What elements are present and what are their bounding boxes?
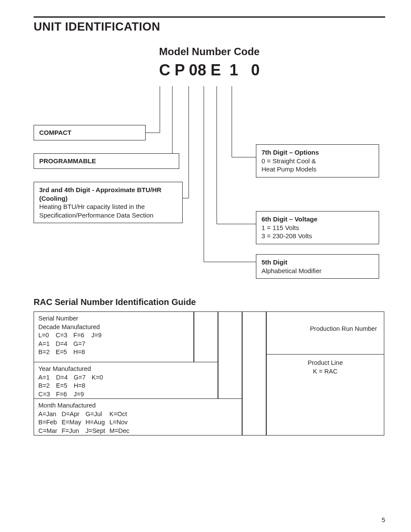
section-heading: UNIT IDENTIFICATION (34, 20, 385, 34)
code-cell: L=Nov (109, 418, 134, 427)
code-cell: C=Mar (38, 427, 62, 436)
code-cell: F=6 (73, 331, 91, 340)
month-title: Month Manufactured (38, 401, 237, 410)
code-cell: J=9 (74, 390, 92, 399)
box-compact: COMPACT (39, 128, 72, 137)
year-title: Year Manufactured (38, 365, 213, 373)
code-cell: G=7 (73, 340, 91, 348)
production-run-label: Production Run Number (267, 312, 384, 337)
code-cell: D=4 (56, 373, 74, 382)
code-cell (91, 348, 108, 357)
code-cell: E=5 (56, 348, 73, 357)
box-d6-title: 6th Digit – Voltage (262, 215, 374, 224)
decade-codes: L=0C=3F=6J=9A=1D=4G=7B=2E=5H=8 (38, 331, 108, 357)
model-code: C P 08 E 1 0 (34, 61, 385, 79)
model-diagram: COMPACT PROGRAMMABLE 3rd and 4th Digit -… (34, 86, 385, 284)
code-cell: C=3 (38, 390, 56, 399)
code-cell: A=1 (38, 373, 56, 382)
code-cell (92, 390, 109, 399)
code-cell: F=Jun (62, 427, 86, 436)
box-d7-title: 7th Digit – Options (262, 148, 374, 157)
box-d5-body: Alphabetical Modifier (262, 267, 374, 275)
code-cell: H=Aug (85, 418, 109, 427)
serial-number-label: Serial Number (38, 314, 189, 323)
code-cell: G=Jul (85, 410, 109, 419)
box-d6-body: 1 = 115 Volts 3 = 230-208 Volts (262, 224, 374, 240)
box-programmable: PROGRAMMABLE (39, 157, 96, 165)
box-btu-body: Heating BTU/Hr capacity listed in the Sp… (39, 202, 177, 219)
code-cell: K=Oct (109, 410, 134, 419)
code-cell: J=9 (91, 331, 108, 340)
code-cell: F=6 (56, 390, 74, 399)
box-d7-body: 0 = Straight Cool & Heat Pump Models (262, 157, 374, 174)
decade-title: Decade Manufactured (38, 323, 189, 332)
box-d5-title: 5th Digit (262, 258, 374, 267)
code-cell: M=Dec (109, 427, 134, 436)
code-cell: E=May (62, 418, 86, 427)
serial-diagram: L H G K 00001 Serial Number Decade Manuf… (34, 311, 385, 436)
code-cell: D=4 (56, 340, 73, 348)
code-cell: C=3 (56, 331, 73, 340)
code-cell: A=1 (38, 340, 56, 348)
code-cell (91, 340, 108, 348)
model-code-title: Model Number Code (34, 46, 385, 58)
code-cell: H=8 (74, 382, 92, 390)
month-codes: A=JanD=AprG=JulK=OctB=FebE=MayH=AugL=Nov… (38, 410, 134, 436)
box-btu-title: 3rd and 4th Digit - Approximate BTU/HR (… (39, 186, 177, 202)
code-cell: B=2 (38, 348, 56, 357)
product-line-value: K = RAC (274, 367, 377, 376)
code-cell: H=8 (73, 348, 91, 357)
code-cell: A=Jan (38, 410, 62, 419)
code-cell: L=0 (38, 331, 56, 340)
code-cell: B=Feb (38, 418, 62, 427)
year-codes: A=1D=4G=7K=0B=2E=5H=8C=3F=6J=9 (38, 373, 109, 399)
code-cell: G=7 (74, 373, 92, 382)
code-cell: B=2 (38, 382, 56, 390)
code-cell: D=Apr (62, 410, 86, 419)
serial-guide-title: RAC Serial Number Identification Guide (34, 297, 385, 307)
product-line-label: Product Line (274, 359, 377, 367)
code-cell: J=Sept (85, 427, 109, 436)
code-cell: K=0 (92, 373, 109, 382)
code-cell: E=5 (56, 382, 74, 390)
page-number: 5 (382, 516, 385, 523)
code-cell (92, 382, 109, 390)
